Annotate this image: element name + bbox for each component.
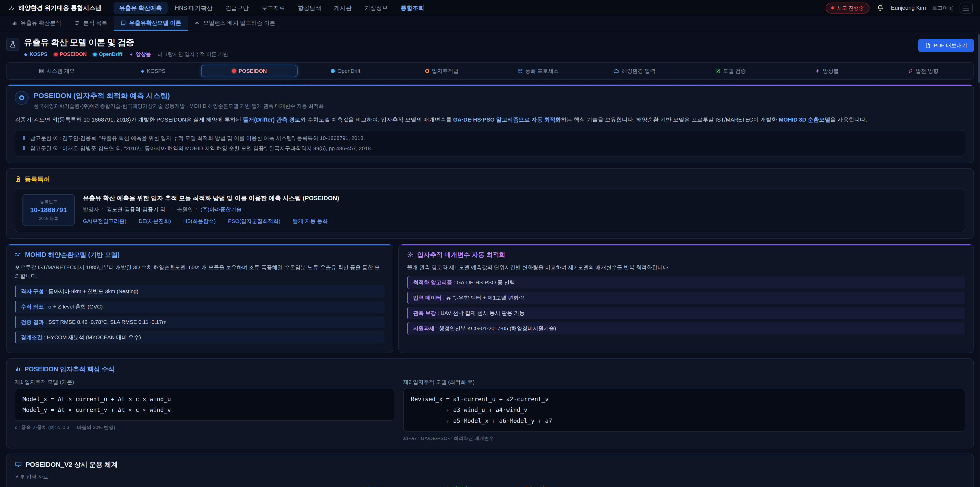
scrollbar-track bbox=[977, 31, 980, 487]
pill-kosps[interactable]: ◆ KOSPS bbox=[105, 65, 201, 77]
tag-kosps: ◆KOSPS bbox=[24, 51, 48, 57]
tag-de[interactable]: DE(차분진화) bbox=[138, 217, 171, 225]
nav-reports[interactable]: 보고자료 bbox=[256, 2, 291, 14]
chart-icon bbox=[15, 366, 21, 372]
incident-dot-icon bbox=[831, 6, 834, 10]
tab-model-theory[interactable]: 유출유확산모델 이론 bbox=[114, 16, 188, 30]
main-content: POSEIDON (입자추적 최적화 예측 시스템) 한국해양과학기술원·(주)… bbox=[0, 84, 980, 487]
page-title: 유출유 확산 모델 이론 및 검증 bbox=[24, 37, 228, 48]
cloud-icon bbox=[614, 68, 619, 74]
pill-weathering[interactable]: 풍화 프로세스 bbox=[490, 64, 586, 78]
blue-dot-icon bbox=[331, 69, 335, 73]
source-hycom: HYCOM 해류·수온염분 YYYYMMDD.nc bbox=[344, 486, 399, 487]
wave-icon bbox=[15, 251, 21, 258]
tab-analysis-list[interactable]: 분석 목록 bbox=[68, 16, 114, 30]
incident-label: 사고 진행중 bbox=[837, 5, 864, 11]
wave-icon bbox=[194, 20, 200, 26]
model2-block: 제2 입자추적 모델 (최적화 후) Revised_x = a1·curren… bbox=[403, 378, 965, 442]
menu-icon[interactable] bbox=[959, 3, 973, 14]
data-sources-row: HYCOM 해류·수온염분 YYYYMMDD.nc → GDAPS(UM) 바람… bbox=[15, 486, 965, 487]
registration-year: 2018 등록 bbox=[30, 216, 67, 221]
tab-label: 유출유확산모델 이론 bbox=[129, 19, 181, 27]
spec-row: 최적화 알고리즘GA·DE·HS·PSO 중 선택 bbox=[407, 276, 965, 289]
chart-icon bbox=[12, 20, 18, 26]
tag-hs[interactable]: HS(화음탐색) bbox=[183, 217, 216, 225]
pill-poseidon[interactable]: POSEIDON bbox=[201, 65, 298, 77]
app: { "header": { "brand": "해양환경 위기대응 통합시스템"… bbox=[0, 0, 980, 487]
logout-link[interactable]: 로그아웃 bbox=[932, 4, 953, 11]
tab-label: 유출유 확산분석 bbox=[21, 19, 61, 27]
spec-row: 수직 좌표σ + Z-level 혼합 (GVC) bbox=[15, 300, 385, 313]
v2-title: POSEIDON_V2 상시 운용 체계 bbox=[15, 460, 965, 469]
poseidon-subtitle: 한국해양과학기술원·(주)아라종합기술·한국해양기상기술 공동개발 · MOHI… bbox=[34, 103, 324, 110]
gear-icon bbox=[407, 251, 414, 258]
nav-rescue[interactable]: 긴급구난 bbox=[220, 2, 255, 14]
input-data-label: 외부 입력 자료 bbox=[15, 473, 965, 480]
poseidon-circle-icon bbox=[15, 91, 29, 105]
model2-code: Revised_x = a1·current_u + a2·current_v … bbox=[403, 389, 965, 431]
patent-section-title: 등록특허 bbox=[15, 175, 965, 184]
tag-ensemble: 앙상블 bbox=[129, 51, 151, 58]
page-header: 유출유 확산 모델 이론 및 검증 ◆KOSPS POSEIDON OpenDr… bbox=[0, 31, 980, 61]
model1-block: 제1 입자추적 모델 (기본) Model_x = Δt × current_u… bbox=[15, 378, 395, 442]
optimization-description: 뜰개 관측 경로와 제1 모델 예측값의 단위시간별 변화량을 비교하여 제2 … bbox=[407, 263, 965, 272]
spec-row: 입력 데이터유속·유향 벡터 + 제1모델 변화량 bbox=[407, 292, 965, 304]
nav-aerial-search[interactable]: 항공탐색 bbox=[292, 2, 327, 14]
nav-board[interactable]: 게시판 bbox=[328, 2, 357, 14]
model1-code: Model_x = Δt × current_u + Δt × c × wind… bbox=[15, 389, 395, 421]
nav-integrated-search[interactable]: 통합조회 bbox=[395, 2, 430, 14]
pill-ensemble[interactable]: 앙상블 bbox=[779, 64, 875, 78]
patent-inventors: 김도연·김용혁·김종기 외 bbox=[107, 206, 165, 213]
main-nav: 유출유 확산예측 HNS·대기확산 긴급구난 보고자료 항공탐색 게시판 기상정… bbox=[114, 2, 818, 14]
patent-title: 유출유 확산 예측을 위한 입자 추적 모듈 최적화 방법 및 이를 이용한 예… bbox=[83, 194, 339, 202]
pill-roadmap[interactable]: 발전 방향 bbox=[875, 64, 971, 78]
tag-drifter-assimilation[interactable]: 뜰개 자동 동화 bbox=[293, 217, 328, 225]
bolt-icon bbox=[129, 52, 134, 57]
source-dain: DAIN(.enc) 격자·수심·해안선·조석 정적 수심·해안선 데이터 bbox=[503, 486, 558, 487]
tag-opendrift: OpenDrift bbox=[93, 51, 122, 57]
book-icon bbox=[121, 20, 126, 26]
spec-row: 지원과제행정안전부 KCG-01-2017-05 (해양경비지원기술) bbox=[407, 322, 965, 335]
nav-weather[interactable]: 기상정보 bbox=[359, 2, 393, 14]
flask-icon bbox=[6, 38, 19, 51]
check-square-icon bbox=[715, 69, 721, 73]
user-name[interactable]: Eunjeong Kim bbox=[891, 5, 926, 11]
spec-row: 격자 구성동아시아 9km + 한반도 3km (Nesting) bbox=[15, 285, 385, 297]
formulas-card: POSEIDON 입자추적 핵심 수식 제1 입자추적 모델 (기본) Mode… bbox=[6, 358, 974, 449]
poseidon-description: 김종기·김도연 외(등록특허 10-1868791, 2018)가 개발한 PO… bbox=[15, 115, 965, 125]
formula-grid: 제1 입자추적 모델 (기본) Model_x = Δt × current_u… bbox=[15, 378, 965, 442]
tab-spill-analysis[interactable]: 유출유 확산분석 bbox=[5, 16, 68, 30]
pdf-export-button[interactable]: PDF 내보내기 bbox=[918, 39, 974, 52]
pill-system-overview[interactable]: 시스템 개요 bbox=[9, 64, 105, 78]
pill-ocean-input[interactable]: 해양환경 입력 bbox=[586, 64, 682, 78]
reference-1: 참고문헌 ① : 김도연·김용혁, "유출유 확산 예측을 위한 입자 추적 모… bbox=[21, 134, 959, 142]
patent-card: 등록특허 등록번호 10-1868791 2018 등록 유출유 확산 예측을 … bbox=[6, 168, 974, 239]
spec-row: 관측 보강UAV·선박 탑재 센서 동시 활용 가능 bbox=[407, 307, 965, 319]
spec-row: 검증 결과SST RMSE 0.42~0.78°C, SLA RMSE 0.11… bbox=[15, 316, 385, 328]
tab-oilfence-theory[interactable]: 오일펜스 배치 알고리즘 이론 bbox=[188, 16, 282, 30]
incident-status-badge[interactable]: 사고 진행중 bbox=[826, 3, 870, 14]
nav-spill-forecast[interactable]: 유출유 확산예측 bbox=[114, 2, 167, 14]
tag-pso[interactable]: PSO(입자군집최적화) bbox=[228, 217, 280, 225]
model2-label: 제2 입자추적 모델 (최적화 후) bbox=[403, 378, 965, 386]
bolt-icon bbox=[815, 69, 820, 73]
pill-particle-tracking[interactable]: 입자추적법 bbox=[394, 64, 490, 78]
tab-label: 오일펜스 배치 알고리즘 이론 bbox=[203, 19, 275, 27]
mohid-title: MOHID 해양순환모델 (기반 모델) bbox=[15, 251, 385, 259]
wing-logo-icon bbox=[7, 4, 15, 12]
v2-operations-card: POSEIDON_V2 상시 운용 체계 외부 입력 자료 HYCOM 해류·수… bbox=[6, 453, 974, 487]
grid-icon bbox=[39, 69, 44, 73]
list-icon bbox=[75, 20, 80, 26]
poseidon-title: POSEIDON (입자추적 최적화 예측 시스템) bbox=[34, 91, 324, 101]
patent-details: 유출유 확산 예측을 위한 입자 추적 모듈 최적화 방법 및 이를 이용한 예… bbox=[83, 194, 339, 226]
sub-tabbar: 유출유 확산분석 분석 목록 유출유확산모델 이론 오일펜스 배치 알고리즘 이… bbox=[0, 16, 980, 31]
reference-2: 참고문헌 ② : 이재호·임병준·김도연 외, "2016년 동아시아 해역의 … bbox=[21, 145, 959, 152]
scrollbar-thumb[interactable] bbox=[978, 34, 980, 83]
brand[interactable]: 해양환경 위기대응 통합시스템 bbox=[7, 4, 101, 12]
patent-tags: GA(유전알고리즘) DE(차분진화) HS(화음탐색) PSO(입자군집최적화… bbox=[83, 217, 339, 225]
pill-opendrift[interactable]: OpenDrift bbox=[298, 65, 394, 77]
pill-validation[interactable]: 모델 검증 bbox=[682, 64, 779, 78]
bell-icon[interactable] bbox=[876, 3, 885, 13]
nav-hns-air[interactable]: HNS·대기확산 bbox=[169, 2, 218, 14]
tag-ga[interactable]: GA(유전알고리즘) bbox=[83, 217, 126, 225]
